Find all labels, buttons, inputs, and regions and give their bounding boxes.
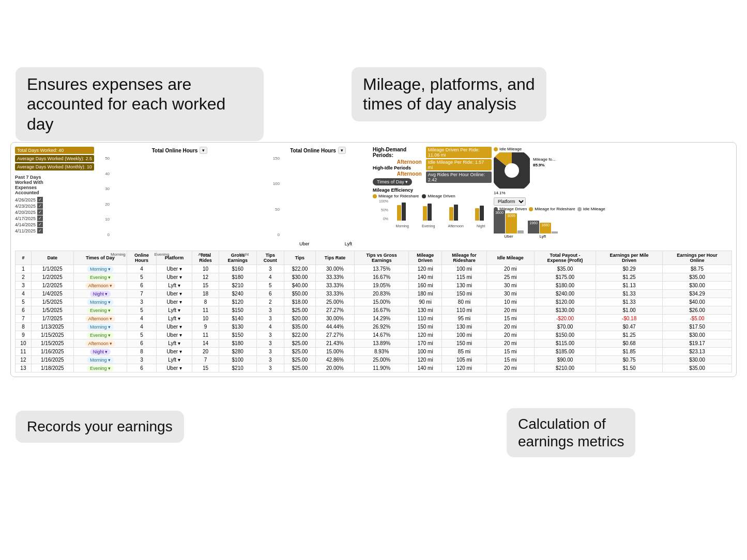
table-cell: 95 mi: [442, 315, 487, 323]
mileage-badge: Mileage Driven Per Ride: 11.06 mi: [426, 147, 492, 158]
table-cell: $0.68: [596, 339, 663, 348]
table-cell: 150 mi: [442, 290, 487, 298]
chart2-dropdown[interactable]: ▾: [338, 147, 346, 154]
table-cell: $210.00: [534, 364, 596, 372]
table-cell: 1/16/2025: [31, 356, 73, 364]
table-cell: 16.67%: [355, 306, 409, 315]
chart1-dropdown[interactable]: ▾: [200, 147, 207, 154]
platform-tag[interactable]: Lyft ▾: [168, 316, 180, 321]
time-of-day-tag[interactable]: Afternoon ▾: [85, 283, 116, 289]
platform-tag[interactable]: Uber ▾: [166, 332, 181, 338]
platform-tag[interactable]: Uber ▾: [166, 299, 181, 305]
table-cell: $240.00: [534, 290, 596, 298]
table-cell: 11: [16, 348, 32, 356]
table-cell: $35.00: [662, 364, 731, 372]
time-of-day-tag[interactable]: Afternoon ▾: [85, 316, 116, 322]
platform-tag[interactable]: Lyft ▾: [168, 357, 180, 363]
table-cell: $1.25: [596, 273, 663, 282]
table-cell: 42.86%: [315, 356, 355, 364]
table-body: 11/1/2025Morning ▾4Uber ▾10$1603$22.0030…: [16, 265, 732, 372]
table-cell: 27.27%: [315, 331, 355, 339]
platform-tag[interactable]: Uber ▾: [166, 291, 181, 297]
table-cell: $23.13: [662, 348, 731, 356]
table-cell: $160: [219, 265, 256, 273]
table-cell: $0.47: [596, 323, 663, 331]
bottom-right-callout: Calculation ofearnings metrics: [507, 408, 635, 457]
top-right-callout-text: Mileage, platforms, andtimes of day anal…: [363, 74, 535, 114]
time-of-day-tag[interactable]: Morning ▾: [87, 266, 114, 272]
high-idle-title: High-Idle Periods: [373, 165, 422, 170]
table-cell: 12: [16, 356, 32, 364]
table-cell: 8: [192, 298, 219, 306]
table-cell: 4: [256, 323, 284, 331]
table-cell: $30.00: [662, 282, 731, 290]
table-cell: $40.00: [662, 298, 731, 306]
table-cell: $8.75: [662, 265, 731, 273]
platform-tag[interactable]: Uber ▾: [166, 324, 181, 330]
table-cell: 110 mi: [442, 306, 487, 315]
time-of-day-tag[interactable]: Evening ▾: [87, 332, 114, 338]
table-cell: $35.00: [534, 265, 596, 273]
demand-title: High-Demand Periods:: [373, 147, 422, 158]
table-cell: 7: [192, 356, 219, 364]
table-cell: $120.00: [534, 298, 596, 306]
table-cell: $30.00: [662, 356, 731, 364]
table-cell: $150: [219, 306, 256, 315]
time-of-day-tag[interactable]: Afternoon ▾: [85, 340, 116, 347]
table-cell: 14.29%: [355, 315, 409, 323]
time-of-day-tag[interactable]: Night ▾: [90, 349, 111, 355]
table-cell: 1/15/2025: [31, 339, 73, 348]
date-row: 4/23/2025✓: [15, 203, 94, 209]
idle-mileage-badge: Idle Mileage Per Ride: 1.57 mi: [426, 159, 492, 170]
time-of-day-tag[interactable]: Evening ▾: [87, 365, 114, 371]
table-cell: 170 mi: [409, 339, 442, 348]
table-cell: $35.00: [284, 323, 316, 331]
table-cell: 3: [256, 331, 284, 339]
platform-tag[interactable]: Uber ▾: [166, 274, 181, 280]
mileage-efficiency-section: Mileage Efficiency Mileage for Rideshare…: [373, 188, 492, 228]
pie-right-labels: Mileage fo... 85.9%: [533, 157, 556, 167]
table-cell: 130 mi: [442, 282, 487, 290]
table-cell: 30 mi: [486, 282, 534, 290]
table-cell: 3: [256, 348, 284, 356]
time-of-day-tag[interactable]: Evening ▾: [87, 307, 114, 314]
time-of-day-tag[interactable]: Morning ▾: [87, 324, 114, 330]
table-cell: 30.00%: [315, 315, 355, 323]
table-cell: $25.00: [284, 356, 316, 364]
top-left-callout: Ensures expenses areaccounted for each w…: [16, 67, 264, 141]
table-cell: 9: [192, 323, 219, 331]
table-cell: 11.90%: [355, 364, 409, 372]
table-cell: 13: [16, 364, 32, 372]
table-cell: 14.67%: [355, 331, 409, 339]
table-cell: $1.50: [596, 364, 663, 372]
platform-tag[interactable]: Lyft ▾: [168, 307, 180, 313]
platform-tag[interactable]: Uber ▾: [166, 365, 181, 371]
date-row: 4/11/2025✓: [15, 228, 94, 234]
table-cell: 150 mi: [442, 339, 487, 348]
table-cell: 20 mi: [486, 364, 534, 372]
table-row: 101/15/2025Afternoon ▾6Lyft ▾14$1803$25.…: [16, 339, 732, 348]
time-of-day-tag[interactable]: Evening ▾: [87, 274, 114, 281]
platform-tag[interactable]: Lyft ▾: [168, 340, 180, 346]
platform-dropdown[interactable]: Platform: [494, 197, 526, 206]
platform-bar-chart: 3600 3095 Uber: [494, 213, 732, 239]
table-cell: $150: [219, 331, 256, 339]
table-cell: 9: [16, 331, 32, 339]
table-row: 41/4/2025Night ▾7Uber ▾18$2406$50.0033.3…: [16, 290, 732, 298]
platform-tag[interactable]: Uber ▾: [166, 349, 181, 354]
date-row: 4/17/2025✓: [15, 215, 94, 221]
time-of-day-tag[interactable]: Morning ▾: [87, 299, 114, 305]
table-cell: 25 mi: [486, 273, 534, 282]
time-of-day-tag[interactable]: Night ▾: [90, 291, 111, 297]
table-cell: 4: [127, 323, 157, 331]
table-cell: 19.05%: [355, 282, 409, 290]
high-demand-value: Afternoon: [397, 159, 422, 165]
data-table-wrapper: # Date Times of Day OnlineHours Platform…: [15, 251, 732, 372]
platform-tag[interactable]: Lyft ▾: [168, 283, 180, 288]
platform-tag[interactable]: Uber ▾: [166, 266, 181, 272]
times-of-day-dropdown[interactable]: Times of Day ▾: [373, 178, 412, 185]
table-cell: $22.00: [284, 265, 316, 273]
time-of-day-tag[interactable]: Morning ▾: [87, 357, 114, 363]
table-cell: 10: [192, 265, 219, 273]
col-epm: Earnings per MileDriven: [596, 251, 663, 265]
